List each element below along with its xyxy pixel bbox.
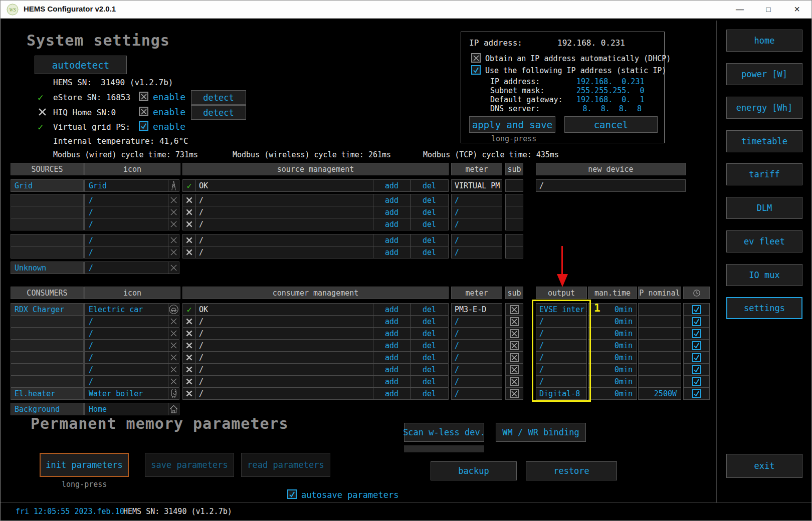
consumer-row-meter[interactable]: /	[451, 327, 502, 340]
consumer-row-icon-label[interactable]: /	[84, 315, 168, 328]
sidebar-item-io-mux[interactable]: IO mux	[726, 264, 802, 286]
maximize-button[interactable]: □	[757, 1, 780, 18]
source-row-add-button[interactable]: add	[373, 179, 411, 192]
source-unknown-row-name[interactable]: Unknown	[11, 262, 84, 274]
consumer-row-sub[interactable]	[505, 375, 523, 388]
consumer-row-meter[interactable]: /	[451, 351, 502, 364]
consumer-row-add-button[interactable]: add	[373, 303, 411, 316]
source-row-sub[interactable]	[505, 206, 523, 218]
subnet-mask-value[interactable]: 255.255.255. 0	[576, 86, 642, 95]
consumer-row-name[interactable]: El.heater	[11, 387, 84, 400]
schedule-checkbox[interactable]	[692, 365, 701, 374]
hiq-detect-button[interactable]: detect	[191, 105, 246, 120]
consumer-row-output[interactable]: /	[536, 363, 587, 376]
sub-checkbox[interactable]	[510, 305, 519, 314]
source-row-name[interactable]	[11, 234, 84, 246]
consumer-row-icon-label[interactable]: /	[84, 363, 168, 376]
read-parameters-button[interactable]: read parameters	[241, 453, 330, 477]
consumer-row-schedule[interactable]	[683, 387, 710, 400]
source-row-meter[interactable]: /	[451, 218, 502, 230]
source-row-del-button[interactable]: del	[410, 218, 449, 230]
sub-checkbox[interactable]	[510, 353, 519, 362]
consumer-row-p-nominal[interactable]	[638, 315, 681, 328]
x-icon[interactable]	[168, 375, 179, 388]
consumer-row-icon-label[interactable]: /	[84, 327, 168, 340]
restore-button[interactable]: restore	[526, 461, 617, 480]
schedule-checkbox[interactable]	[692, 341, 701, 350]
consumer-row-man-time[interactable]: 0min	[588, 375, 637, 388]
scan-wireless-devices-button[interactable]: Scan w-less dev.	[404, 423, 484, 442]
consumer-row-meter[interactable]: /	[451, 387, 502, 400]
consumer-row-icon-label[interactable]: /	[84, 375, 168, 388]
consumer-row-del-button[interactable]: del	[410, 339, 449, 352]
car-icon[interactable]	[168, 303, 179, 316]
source-row-name[interactable]: Grid	[11, 179, 84, 192]
estore-detect-button[interactable]: detect	[191, 90, 246, 105]
consumer-row-p-nominal[interactable]: 2500W	[638, 387, 681, 400]
consumer-row-add-button[interactable]: add	[373, 363, 411, 376]
autodetect-button[interactable]: autodetect	[35, 56, 127, 74]
source-row-add-button[interactable]: add	[373, 234, 411, 246]
source-row-meter[interactable]: /	[451, 206, 502, 218]
consumer-row-sub[interactable]	[505, 351, 523, 364]
sub-checkbox[interactable]	[510, 317, 519, 326]
init-parameters-button[interactable]: init parameters	[40, 453, 129, 477]
consumer-row-sub[interactable]	[505, 387, 523, 400]
source-row-sub[interactable]	[505, 218, 523, 230]
schedule-checkbox[interactable]	[692, 389, 701, 398]
consumer-row-output[interactable]: Digital-8	[536, 387, 587, 400]
consumer-row-sub[interactable]	[505, 303, 523, 316]
x-icon[interactable]	[168, 194, 179, 206]
source-unknown-row-icon-label[interactable]: /	[84, 262, 168, 274]
consumer-row-schedule[interactable]	[683, 303, 710, 316]
boiler-icon[interactable]	[168, 387, 179, 400]
consumer-row-del-button[interactable]: del	[410, 315, 449, 328]
source-row-del-button[interactable]: del	[410, 194, 449, 206]
consumer-row-del-button[interactable]: del	[410, 387, 449, 400]
autosave-parameters-checkbox[interactable]	[287, 489, 297, 499]
source-row-del-button[interactable]: del	[410, 234, 449, 246]
source-row-sub[interactable]	[505, 194, 523, 206]
consumer-row-icon-label[interactable]: Water boiler	[84, 387, 168, 400]
dhcp-checkbox[interactable]	[471, 53, 481, 63]
virtual-grid-enable-checkbox[interactable]	[139, 121, 148, 131]
consumer-row-name[interactable]	[11, 351, 84, 364]
tower-icon[interactable]	[168, 179, 179, 192]
consumer-row-sub[interactable]	[505, 363, 523, 376]
consumer-row-p-nominal[interactable]	[638, 327, 681, 340]
source-row-meter[interactable]: VIRTUAL PM	[451, 179, 502, 192]
consumer-row-man-time[interactable]: 0min	[588, 387, 637, 400]
consumer-row-name[interactable]	[11, 363, 84, 376]
apply-and-save-button[interactable]: apply and save	[469, 116, 555, 133]
x-icon[interactable]	[168, 339, 179, 352]
sub-checkbox[interactable]	[510, 341, 519, 350]
sub-checkbox[interactable]	[510, 365, 519, 374]
x-icon[interactable]	[168, 218, 179, 230]
consumer-row-add-button[interactable]: add	[373, 375, 411, 388]
sidebar-item-dlm[interactable]: DLM	[726, 197, 802, 219]
consumer-row-schedule[interactable]	[683, 363, 710, 376]
consumer-row-del-button[interactable]: del	[410, 327, 449, 340]
source-row-name[interactable]	[11, 206, 84, 218]
consumer-row-output[interactable]: /	[536, 315, 587, 328]
consumer-row-del-button[interactable]: del	[410, 363, 449, 376]
source-row-sub[interactable]	[505, 246, 523, 258]
x-icon[interactable]	[168, 351, 179, 364]
consumer-row-man-time[interactable]: 0min	[588, 351, 637, 364]
consumer-row-p-nominal[interactable]	[638, 339, 681, 352]
sidebar-item-timetable[interactable]: timetable	[726, 130, 802, 152]
consumer-row-p-nominal[interactable]	[638, 351, 681, 364]
consumer-row-output[interactable]: /	[536, 327, 587, 340]
consumer-row-schedule[interactable]	[683, 315, 710, 328]
close-button[interactable]: ×	[785, 1, 808, 18]
x-icon[interactable]	[168, 206, 179, 218]
consumer-row-schedule[interactable]	[683, 339, 710, 352]
consumer-row-sub[interactable]	[505, 339, 523, 352]
consumer-row-output[interactable]: /	[536, 339, 587, 352]
schedule-checkbox[interactable]	[692, 329, 701, 338]
hiq-enable-checkbox[interactable]	[139, 107, 148, 116]
source-row-icon-label[interactable]: /	[84, 206, 168, 218]
schedule-checkbox[interactable]	[692, 305, 701, 314]
consumer-row-del-button[interactable]: del	[410, 375, 449, 388]
x-icon[interactable]	[168, 315, 179, 328]
